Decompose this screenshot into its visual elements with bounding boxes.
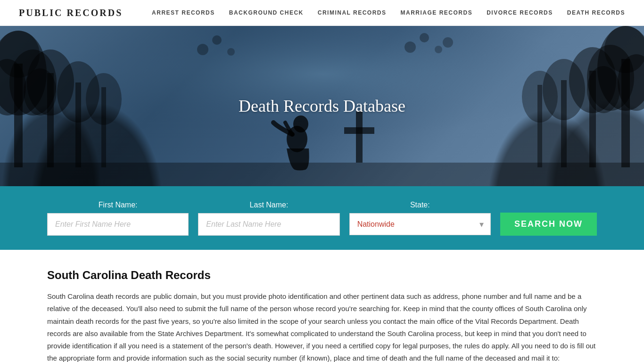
- nav-item-arrest-records[interactable]: ARREST RECORDS: [152, 9, 215, 16]
- state-field: State: NationwideAlabamaAlaskaArizonaArk…: [349, 201, 491, 235]
- svg-rect-29: [344, 127, 374, 134]
- svg-rect-28: [356, 111, 363, 163]
- search-section: First Name: Last Name: State: Nationwide…: [0, 186, 644, 250]
- hero-content: Death Records Database: [239, 96, 405, 116]
- svg-point-9: [24, 68, 57, 115]
- main-nav: ARREST RECORDSBACKGROUND CHECKCRIMINAL R…: [152, 9, 625, 16]
- state-select-wrapper: NationwideAlabamaAlaskaArizonaArkansasCa…: [349, 213, 491, 235]
- last-name-label: Last Name:: [198, 201, 339, 209]
- header: PUBLIC RECORDS ARREST RECORDSBACKGROUND …: [0, 0, 644, 26]
- svg-point-35: [435, 46, 442, 53]
- svg-point-13: [86, 73, 122, 125]
- last-name-field: Last Name:: [198, 201, 339, 236]
- svg-point-33: [405, 41, 416, 53]
- first-name-input[interactable]: [47, 213, 189, 236]
- svg-point-27: [293, 115, 308, 132]
- state-label: State:: [349, 201, 491, 209]
- first-name-label: First Name:: [47, 201, 189, 209]
- svg-point-21: [587, 66, 620, 113]
- svg-point-30: [197, 44, 208, 55]
- svg-point-32: [227, 48, 235, 56]
- content-title: South Carolina Death Records: [47, 269, 597, 282]
- search-button[interactable]: SEARCH NOW: [500, 213, 597, 236]
- nav-item-divorce-records[interactable]: DIVORCE RECORDS: [487, 9, 553, 16]
- last-name-input[interactable]: [198, 213, 339, 236]
- content-section: South Carolina Death Records South Carol…: [0, 250, 644, 362]
- state-select[interactable]: NationwideAlabamaAlaskaArizonaArkansasCa…: [350, 214, 490, 235]
- content-body: South Carolina death records are public …: [47, 290, 597, 362]
- nav-item-criminal-records[interactable]: CRIMINAL RECORDS: [318, 9, 387, 16]
- nav-item-death-records[interactable]: DEATH RECORDS: [567, 9, 625, 16]
- svg-point-36: [443, 37, 453, 48]
- svg-point-25: [522, 71, 558, 123]
- first-name-field: First Name:: [47, 201, 189, 236]
- nav-item-marriage-records[interactable]: MARRIAGE RECORDS: [401, 9, 473, 16]
- svg-point-31: [212, 35, 222, 45]
- hero-title: Death Records Database: [239, 96, 405, 116]
- hero-section: Death Records Database: [0, 26, 644, 186]
- site-logo[interactable]: PUBLIC RECORDS: [19, 8, 123, 18]
- svg-rect-1: [0, 163, 644, 186]
- nav-item-background-check[interactable]: BACKGROUND CHECK: [229, 9, 304, 16]
- svg-point-34: [420, 33, 429, 42]
